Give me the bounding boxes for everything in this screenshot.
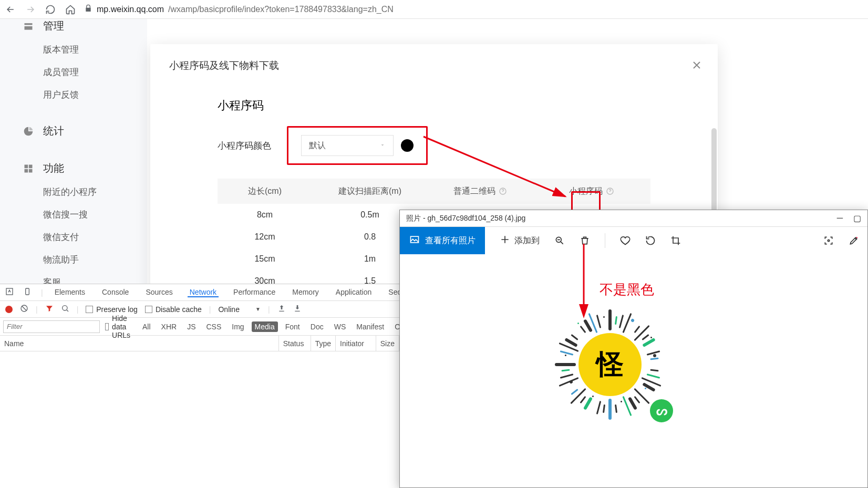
annotation-box-color: 默认 bbox=[287, 126, 428, 165]
sidebar-group-stats[interactable]: 统计 bbox=[23, 124, 147, 138]
inspect-icon[interactable] bbox=[5, 287, 14, 297]
grid-icon bbox=[23, 163, 35, 174]
col-size[interactable]: Size bbox=[376, 336, 399, 351]
devtools-tab[interactable]: Performance bbox=[231, 288, 277, 296]
request-type-filter[interactable]: Doc bbox=[307, 321, 327, 332]
request-type-filter[interactable]: Media bbox=[252, 321, 278, 332]
devtools-tab[interactable]: Elements bbox=[53, 288, 87, 296]
url-host: mp.weixin.qq.com bbox=[97, 5, 164, 14]
request-type-filter[interactable]: XHR bbox=[158, 321, 180, 332]
section-title: 小程序码 bbox=[150, 98, 718, 113]
svg-rect-10 bbox=[26, 288, 29, 295]
minimize-icon[interactable]: ─ bbox=[837, 213, 843, 223]
request-type-filter[interactable]: Font bbox=[282, 321, 303, 332]
sidebar-item[interactable]: 物流助手 bbox=[43, 254, 147, 266]
view-all-button[interactable]: 查看所有照片 bbox=[400, 227, 485, 254]
color-swatch bbox=[401, 139, 414, 152]
help-icon[interactable] bbox=[499, 187, 507, 195]
suncode-image: 怪 ᔕ bbox=[536, 291, 684, 438]
manage-icon bbox=[23, 20, 35, 32]
col-status[interactable]: Status bbox=[279, 336, 311, 351]
plus-icon bbox=[500, 234, 510, 247]
sidebar-group-label: 功能 bbox=[43, 161, 64, 175]
search-icon[interactable] bbox=[61, 304, 69, 314]
request-type-filter[interactable]: All bbox=[139, 321, 154, 332]
sidebar-item[interactable]: 附近的小程序 bbox=[43, 186, 147, 198]
devtools-tab[interactable]: Network bbox=[188, 288, 219, 297]
svg-point-12 bbox=[62, 306, 67, 310]
scan-icon[interactable] bbox=[823, 235, 834, 246]
zoom-icon[interactable] bbox=[554, 235, 565, 246]
request-type-filter[interactable]: CSS bbox=[203, 321, 224, 332]
color-select[interactable]: 默认 bbox=[301, 135, 394, 156]
col-type[interactable]: Type bbox=[311, 336, 336, 351]
svg-rect-9 bbox=[6, 288, 13, 295]
svg-rect-0 bbox=[25, 23, 33, 25]
maximize-icon[interactable]: ▢ bbox=[853, 213, 861, 223]
devtools-tab[interactable]: Application bbox=[334, 288, 374, 296]
upload-icon[interactable] bbox=[277, 304, 286, 314]
close-icon[interactable] bbox=[690, 59, 703, 74]
svg-point-15 bbox=[828, 240, 829, 241]
download-icon[interactable] bbox=[293, 304, 302, 314]
help-icon[interactable] bbox=[606, 187, 614, 195]
sidebar-item[interactable]: 用户反馈 bbox=[43, 89, 147, 101]
color-label: 小程序码颜色 bbox=[218, 140, 271, 152]
photos-toolbar: 查看所有照片 添加到 bbox=[400, 227, 867, 254]
photos-title-text: 照片 - gh_56d7c98df104_258 (4).jpg bbox=[406, 214, 525, 223]
add-to-button[interactable]: 添加到 bbox=[500, 234, 540, 247]
sidebar-item[interactable]: 版本管理 bbox=[43, 44, 147, 56]
select-value: 默认 bbox=[309, 140, 326, 151]
sidebar-item[interactable]: 微信支付 bbox=[43, 231, 147, 243]
sidebar-group-manage[interactable]: 管理 bbox=[23, 19, 147, 33]
sidebar-item[interactable]: 成员管理 bbox=[43, 66, 147, 78]
modal-title: 小程序码及线下物料下载 bbox=[150, 44, 718, 72]
forward-icon[interactable] bbox=[24, 3, 37, 16]
request-type-filter[interactable]: Manifest bbox=[353, 321, 387, 332]
preserve-log-checkbox[interactable]: Preserve log bbox=[86, 305, 138, 314]
suncode-center: 怪 bbox=[578, 333, 642, 396]
edit-icon[interactable] bbox=[849, 235, 859, 246]
sidebar-group-label: 统计 bbox=[43, 124, 64, 138]
device-icon[interactable] bbox=[23, 287, 32, 297]
devtools-tab[interactable]: Console bbox=[100, 288, 131, 296]
record-icon[interactable] bbox=[5, 306, 13, 313]
sidebar-group-func[interactable]: 功能 bbox=[23, 161, 147, 175]
wechat-mini-icon: ᔕ bbox=[650, 399, 673, 422]
disable-cache-checkbox[interactable]: Disable cache bbox=[145, 305, 202, 314]
chevron-down-icon bbox=[379, 141, 386, 150]
svg-rect-4 bbox=[25, 169, 28, 172]
url-path: /wxamp/basicprofile/index?token=17884978… bbox=[168, 5, 394, 14]
photos-titlebar: 照片 - gh_56d7c98df104_258 (4).jpg ─ ▢ bbox=[400, 210, 867, 227]
clear-icon[interactable] bbox=[20, 304, 28, 314]
favorite-icon[interactable] bbox=[620, 235, 631, 246]
th-length: 边长(cm) bbox=[218, 186, 312, 197]
crop-icon[interactable] bbox=[670, 235, 681, 246]
svg-rect-1 bbox=[25, 26, 33, 30]
home-icon[interactable] bbox=[64, 3, 77, 16]
photos-window: 照片 - gh_56d7c98df104_258 (4).jpg ─ ▢ 查看所… bbox=[399, 210, 868, 488]
sidebar-item[interactable]: 微信搜一搜 bbox=[43, 209, 147, 221]
lock-icon bbox=[84, 4, 92, 15]
col-name[interactable]: Name bbox=[0, 336, 279, 351]
separator bbox=[605, 233, 605, 248]
throttle-select[interactable]: Online bbox=[218, 305, 260, 314]
filter-input[interactable] bbox=[3, 320, 100, 333]
request-type-filter[interactable]: JS bbox=[184, 321, 199, 332]
back-icon[interactable] bbox=[4, 3, 17, 16]
address-bar[interactable]: mp.weixin.qq.com/wxamp/basicprofile/inde… bbox=[84, 4, 864, 15]
col-initiator[interactable]: Initiator bbox=[336, 336, 376, 351]
reload-icon[interactable] bbox=[44, 3, 57, 16]
sidebar-group-label: 管理 bbox=[43, 19, 64, 33]
request-type-filter[interactable]: Img bbox=[229, 321, 247, 332]
svg-rect-5 bbox=[29, 169, 33, 172]
filter-icon[interactable] bbox=[45, 304, 54, 314]
devtools-toolbar: | | Preserve log Disable cache | Online … bbox=[0, 301, 399, 318]
devtools-tab[interactable]: Memory bbox=[290, 288, 321, 296]
devtools-panel: | ElementsConsoleSourcesNetworkPerforman… bbox=[0, 284, 399, 488]
request-type-filter[interactable]: WS bbox=[331, 321, 349, 332]
stats-icon bbox=[23, 126, 35, 137]
rotate-icon[interactable] bbox=[645, 235, 656, 246]
th-distance: 建议扫描距离(m) bbox=[312, 186, 428, 197]
devtools-tab[interactable]: Sources bbox=[143, 288, 174, 296]
